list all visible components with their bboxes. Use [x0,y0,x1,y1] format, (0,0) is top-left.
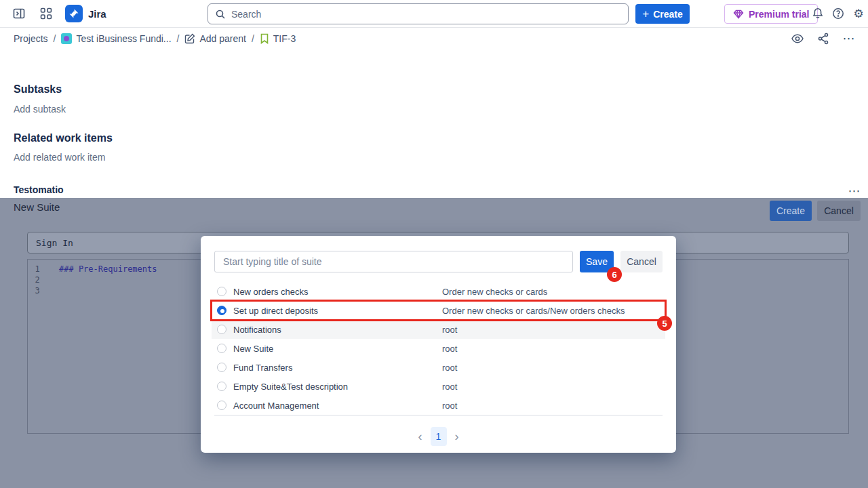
suite-path: root [442,363,457,373]
app-name: Jira [88,8,106,20]
annotation-badge-6: 6 [607,267,622,282]
testomatio-heading: Testomatio [14,184,64,195]
app-switcher-icon[interactable] [35,3,57,24]
line-number: 3 [28,285,47,296]
create-button[interactable]: + Create [635,4,690,24]
suite-path: Order new checks or cards/New orders che… [442,306,625,316]
line-code [47,274,59,285]
list-divider [214,415,663,415]
related-work-heading: Related work items [14,132,113,144]
suite-label: Account Management [233,401,442,411]
modal-cancel-button[interactable]: Cancel [620,251,663,272]
suite-path: Order new checks or cards [442,287,547,297]
subtasks-heading: Subtasks [14,83,62,96]
jira-home-link[interactable]: Jira [65,5,106,22]
suite-list: New orders checks Order new checks or ca… [212,282,665,415]
suite-path: root [442,325,457,335]
pagination: ‹ 1 › [201,427,676,446]
suite-label: Set up direct deposits [233,306,442,316]
top-navbar: Jira + Create Premium trial [0,0,868,28]
search-icon [215,9,226,20]
suite-radio[interactable] [217,382,226,391]
suite-label: New orders checks [233,287,442,297]
add-subtask-link[interactable]: Add subtask [14,104,66,115]
edit-icon [184,33,195,44]
premium-trial-button[interactable]: Premium trial [724,4,818,24]
notifications-bell-icon[interactable] [807,3,829,24]
annotation-badge-5: 5 [657,316,672,331]
suite-label: Empty Suite&Test description [233,382,442,392]
suite-label: Notifications [233,325,442,335]
next-page-icon[interactable]: › [455,430,459,444]
suite-list-row[interactable]: New orders checks Order new checks or ca… [212,282,665,301]
jira-page: Jira + Create Premium trial [0,0,868,488]
breadcrumb-projects[interactable]: Projects [14,33,48,44]
breadcrumb-separator: / [177,33,180,44]
settings-gear-icon[interactable]: ⚙ [848,3,868,24]
page-number[interactable]: 1 [431,427,447,446]
prev-page-icon[interactable]: ‹ [418,430,422,444]
suite-path: root [442,401,457,411]
suite-list-row[interactable]: Set up direct deposits Order new checks … [212,301,665,320]
line-code: ### Pre-Requirements [47,264,157,274]
project-avatar [61,33,72,44]
gem-icon [733,9,744,19]
suite-list-row[interactable]: Empty Suite&Test description root [212,377,665,396]
suite-path: root [442,344,457,354]
watch-eye-icon[interactable] [787,28,808,49]
suite-radio[interactable] [217,401,226,410]
suite-radio[interactable] [217,344,226,353]
add-related-work-link[interactable]: Add related work item [14,152,105,163]
jira-logo-icon [65,5,83,22]
line-code [47,285,59,296]
suite-list-row[interactable]: New Suite root [212,339,665,358]
suite-cancel-button[interactable]: Cancel [817,201,861,221]
plus-icon: + [642,8,649,20]
suite-radio[interactable] [217,287,226,296]
suite-list-row[interactable]: Notifications root [212,320,665,339]
breadcrumb-issue[interactable]: TIF-3 [260,33,296,44]
suite-create-button[interactable]: Create [770,201,812,221]
breadcrumb: Projects / Test iBusiness Fundi... / Add… [0,28,868,49]
new-suite-title: New Suite [14,201,60,213]
share-icon[interactable] [812,28,834,49]
modal-header: Save 6 Cancel [214,251,663,272]
help-icon[interactable] [827,3,849,24]
suite-radio[interactable] [217,325,226,334]
suite-label: New Suite [233,344,442,354]
breadcrumb-separator: / [54,33,56,44]
global-search[interactable] [208,3,629,24]
suite-picker-modal: Save 6 Cancel New orders checks Order ne… [201,236,676,453]
save-button[interactable]: Save 6 [580,251,614,272]
suite-label: Fund Transfers [233,363,442,373]
suite-path: root [442,382,457,392]
suite-list-row[interactable]: Account Management root [212,396,665,415]
line-number: 1 [28,264,47,274]
search-input[interactable] [231,9,621,20]
breadcrumb-separator: / [252,33,254,44]
sidebar-toggle-icon[interactable] [8,3,30,24]
suite-radio[interactable] [217,363,226,372]
more-actions-icon[interactable]: ⋯ [838,28,860,49]
breadcrumb-project[interactable]: Test iBusiness Fundi... [61,33,171,44]
line-number: 2 [28,274,47,285]
bookmark-icon [260,33,269,44]
suite-list-row[interactable]: Fund Transfers root [212,358,665,377]
breadcrumb-add-parent[interactable]: Add parent [184,33,246,44]
suite-radio[interactable] [217,306,226,315]
suite-title-input[interactable] [214,251,573,272]
